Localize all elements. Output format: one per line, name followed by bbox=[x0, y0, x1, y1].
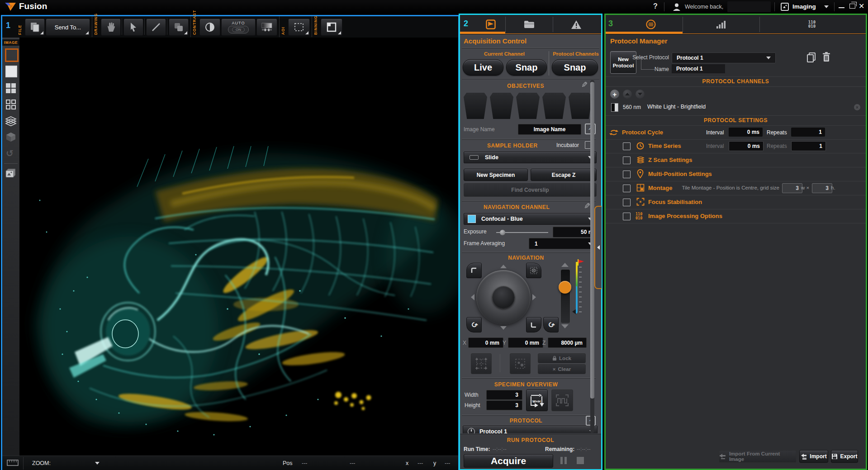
acquire-button[interactable]: Acquire bbox=[464, 454, 553, 468]
line-tool[interactable] bbox=[146, 19, 166, 36]
panel-flyout-handle[interactable] bbox=[594, 206, 602, 289]
mode-caret-icon[interactable] bbox=[824, 5, 829, 8]
find-coverslip-button[interactable]: Find Coverslip bbox=[464, 183, 597, 197]
tab-files[interactable] bbox=[505, 19, 553, 30]
stop-button[interactable] bbox=[577, 457, 584, 464]
joystick-knob[interactable] bbox=[492, 286, 515, 309]
channel-row[interactable]: 560 nm White Light - Brightfield × bbox=[606, 102, 866, 114]
restore-button[interactable] bbox=[849, 4, 855, 9]
focus-stabilisation-row[interactable]: Focus Stabilisation bbox=[606, 195, 866, 209]
sample-holder-dropdown[interactable]: Slide bbox=[464, 152, 597, 163]
z-slider-track[interactable] bbox=[560, 269, 570, 323]
protocol-dropdown-clipped[interactable]: Protocol 1 bbox=[463, 426, 598, 433]
z-stack-view-button[interactable] bbox=[5, 115, 17, 127]
joystick-down-arrow[interactable] bbox=[500, 326, 507, 330]
navigation-channel-edit-icon[interactable]: ✎ bbox=[584, 201, 590, 211]
import-button[interactable]: Import bbox=[799, 450, 828, 463]
z-scan-row[interactable]: Z Scan Settings bbox=[606, 153, 866, 167]
auto-on-switch[interactable]: ON bbox=[228, 26, 249, 33]
objective-40x[interactable] bbox=[516, 93, 540, 119]
stage-points-button[interactable] bbox=[510, 353, 531, 374]
acquisition-scrollbar[interactable] bbox=[590, 80, 594, 433]
copy-to-clipboard-button[interactable] bbox=[25, 19, 45, 36]
clear-button[interactable]: × Clear bbox=[538, 364, 586, 374]
x-position-field[interactable]: 0 mm bbox=[468, 337, 503, 348]
minimize-button[interactable] bbox=[839, 7, 844, 8]
shapes-tool[interactable] bbox=[169, 19, 189, 36]
levels-tool[interactable] bbox=[256, 19, 277, 36]
montage-width-field[interactable]: 3 bbox=[782, 183, 802, 193]
objective-60x[interactable] bbox=[542, 93, 566, 119]
time-series-checkbox[interactable] bbox=[623, 142, 631, 150]
montage-row[interactable]: Montage Tile Montage - Position is Centr… bbox=[606, 181, 866, 195]
import-from-current-image-button[interactable]: Import From Current Image bbox=[719, 450, 797, 463]
time-series-row[interactable]: Time Series Interval 0 ms Repeats 1 bbox=[606, 139, 866, 153]
width-field[interactable]: 3 bbox=[486, 390, 522, 400]
y-position-field[interactable]: 0 mm bbox=[508, 337, 543, 348]
height-field[interactable]: 3 bbox=[486, 400, 522, 410]
objectives-edit-icon[interactable]: ✎ bbox=[581, 80, 588, 90]
joystick-right-arrow[interactable] bbox=[532, 294, 536, 300]
send-to-button[interactable]: Send To... bbox=[46, 19, 90, 36]
stage-grid-button[interactable] bbox=[471, 353, 492, 374]
contrast-tool[interactable] bbox=[199, 19, 220, 36]
exposure-slider[interactable] bbox=[496, 232, 548, 233]
protocol-snap-button[interactable]: Snap bbox=[552, 59, 598, 76]
frame-averaging-dropdown[interactable]: 1 bbox=[529, 238, 597, 249]
snap-button[interactable]: Snap bbox=[506, 59, 547, 76]
multi-position-row[interactable]: Multi-Position Settings bbox=[606, 167, 866, 181]
image-gallery-button[interactable] bbox=[5, 168, 17, 180]
z-slider-knob[interactable] bbox=[559, 281, 571, 294]
grid-2x2-filled-button[interactable] bbox=[5, 83, 16, 94]
pan-hand-tool[interactable] bbox=[101, 19, 121, 36]
cycle-interval-field[interactable]: 0 ms bbox=[729, 128, 763, 137]
aoi-select-tool[interactable] bbox=[288, 19, 310, 36]
pause-button[interactable] bbox=[560, 457, 567, 464]
interval-field[interactable]: 0 ms bbox=[729, 141, 764, 151]
zoom-dropdown[interactable] bbox=[95, 462, 100, 465]
live-button[interactable]: Live bbox=[463, 59, 503, 76]
z-up-arrow[interactable] bbox=[561, 263, 569, 267]
escape-z-button[interactable]: Escape Z bbox=[531, 169, 597, 181]
duplicate-protocol-button[interactable] bbox=[806, 52, 816, 63]
stage-corner-topleft-button[interactable] bbox=[466, 263, 482, 278]
xy-speed-button[interactable]: ↺ bbox=[466, 317, 482, 332]
lock-button[interactable]: Lock bbox=[538, 353, 586, 363]
focus-stabilisation-checkbox[interactable] bbox=[623, 199, 631, 206]
z-down-arrow[interactable] bbox=[561, 324, 569, 328]
grid-2x2-outline-button[interactable] bbox=[5, 99, 16, 110]
image-processing-row[interactable]: 110010 Image Processing Options bbox=[606, 209, 866, 223]
tab-image-processing[interactable]: 110010 bbox=[759, 19, 864, 30]
volume-3d-button[interactable] bbox=[5, 132, 16, 142]
tab-protocol-manager[interactable] bbox=[619, 19, 683, 30]
wxh-scan-button[interactable]: W×H bbox=[526, 389, 548, 411]
objective-60x-oil[interactable] bbox=[569, 93, 592, 119]
auto-contrast-toggle[interactable]: AUTO ON bbox=[221, 19, 256, 36]
z-scan-checkbox[interactable] bbox=[623, 157, 631, 164]
stage-center-button[interactable] bbox=[526, 263, 541, 278]
mode-selector[interactable]: Imaging bbox=[792, 3, 816, 10]
overview-scan-button[interactable] bbox=[551, 389, 573, 411]
navigation-channel-dropdown[interactable]: Confocal - Blue bbox=[464, 213, 597, 225]
cycle-repeats-field[interactable]: 1 bbox=[791, 128, 825, 137]
help-button[interactable]: ? bbox=[653, 2, 658, 10]
multi-position-checkbox[interactable] bbox=[623, 171, 631, 178]
select-protocol-dropdown[interactable]: Protocol 1 bbox=[672, 52, 776, 63]
tab-analysis[interactable] bbox=[683, 19, 759, 30]
scrollbar-thumb[interactable] bbox=[590, 82, 594, 399]
single-view-button[interactable] bbox=[5, 48, 19, 62]
image-canvas[interactable] bbox=[19, 38, 458, 456]
stage-corner-bottomright-button[interactable] bbox=[526, 317, 541, 332]
new-specimen-button[interactable]: New Specimen bbox=[464, 169, 528, 181]
joystick-left-arrow[interactable] bbox=[471, 294, 474, 300]
protocol-name-input[interactable]: Protocol 1 bbox=[672, 64, 725, 73]
z-position-field[interactable]: 8000 µm bbox=[548, 337, 587, 348]
remove-channel-button[interactable]: × bbox=[854, 104, 860, 110]
binning-tool[interactable] bbox=[321, 19, 342, 36]
xy-joystick[interactable] bbox=[476, 270, 531, 324]
objective-2x[interactable] bbox=[464, 93, 487, 119]
move-channel-up-button[interactable] bbox=[623, 90, 632, 99]
add-channel-button[interactable]: + bbox=[610, 90, 619, 99]
exposure-slider-knob[interactable] bbox=[500, 230, 505, 235]
export-button[interactable]: Export bbox=[831, 450, 858, 463]
